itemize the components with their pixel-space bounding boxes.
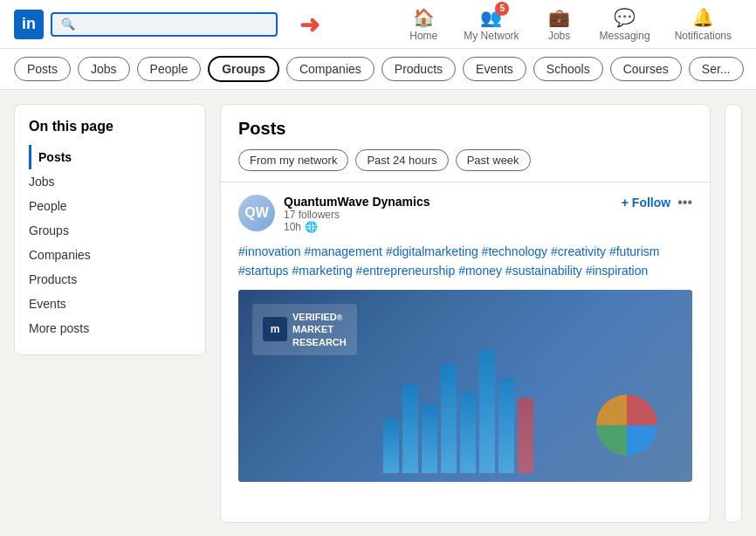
avatar: QW — [238, 195, 275, 231]
post-time: 10h 🌐 — [284, 221, 613, 233]
filter-events[interactable]: Events — [463, 57, 526, 81]
nav-my-network-label: My Network — [464, 30, 519, 42]
filter-companies[interactable]: Companies — [286, 57, 375, 81]
posts-header: Posts From my network Past 24 hours Past… — [221, 105, 710, 182]
chart-bar — [422, 405, 437, 473]
sidebar-item-jobs[interactable]: Jobs — [29, 169, 191, 194]
filter-courses[interactable]: Courses — [610, 57, 682, 81]
vmr-branding: m VERIFIED®MARKETRESEARCH — [252, 304, 357, 355]
globe-icon: 🌐 — [305, 221, 318, 233]
nav-jobs[interactable]: 💼 Jobs — [533, 7, 586, 42]
search-box: 🔍 oil ➜ — [51, 12, 278, 37]
vmr-logo: m VERIFIED®MARKETRESEARCH — [263, 311, 347, 348]
post-info: QuantumWave Dynamics 17 followers 10h 🌐 — [284, 195, 613, 233]
search-icon: 🔍 — [61, 17, 75, 31]
filter-products[interactable]: Products — [381, 57, 456, 81]
post-image: m VERIFIED®MARKETRESEARCH — [238, 290, 692, 482]
avatar-inner: QW — [238, 195, 275, 231]
vmr-icon: m — [263, 317, 287, 341]
posts-section-title: Posts — [238, 119, 692, 139]
jobs-icon: 💼 — [548, 7, 570, 28]
sidebar-item-products[interactable]: Products — [29, 267, 191, 292]
nav-jobs-label: Jobs — [548, 30, 570, 42]
post-image-overlay: m VERIFIED®MARKETRESEARCH — [238, 290, 692, 482]
sidebar-item-events[interactable]: Events — [29, 292, 191, 316]
post-meta: QW QuantumWave Dynamics 17 followers 10h… — [238, 195, 692, 233]
main-content: On this page Posts Jobs People Groups Co… — [0, 90, 756, 536]
nav-my-network[interactable]: 👥5 My Network — [453, 7, 529, 42]
pie-chart — [596, 395, 657, 456]
post-item: QW QuantumWave Dynamics 17 followers 10h… — [221, 182, 710, 494]
nav-notifications[interactable]: 🔔 Notifications — [664, 7, 742, 42]
nav-messaging-label: Messaging — [600, 30, 650, 42]
filter-posts[interactable]: Posts — [14, 57, 71, 81]
nav-notifications-label: Notifications — [675, 30, 732, 42]
nav-messaging[interactable]: 💬 Messaging — [589, 7, 661, 42]
sidebar-item-companies[interactable]: Companies — [29, 243, 191, 267]
messaging-icon: 💬 — [614, 7, 636, 28]
network-badge: 5 — [495, 2, 509, 16]
chart-bar-red — [518, 398, 533, 473]
linkedin-logo[interactable]: in — [14, 10, 44, 39]
sidebar-item-posts[interactable]: Posts — [29, 145, 191, 169]
posts-filter-from-network[interactable]: From my network — [238, 149, 348, 171]
sidebar: On this page Posts Jobs People Groups Co… — [14, 104, 206, 355]
chart-bar — [441, 364, 457, 473]
post-followers: 17 followers — [284, 209, 613, 221]
filter-schools[interactable]: Schools — [533, 57, 603, 81]
filter-services[interactable]: Ser... — [689, 57, 744, 81]
header-nav: 🏠 Home 👥5 My Network 💼 Jobs 💬 Messaging … — [397, 7, 742, 42]
home-icon: 🏠 — [413, 7, 435, 28]
sidebar-item-people[interactable]: People — [29, 194, 191, 218]
posts-filter-past-week[interactable]: Past week — [456, 149, 531, 171]
chart-bar — [460, 391, 476, 473]
follow-button[interactable]: + Follow — [622, 196, 670, 210]
filter-jobs[interactable]: Jobs — [78, 57, 130, 81]
vmr-text: VERIFIED®MARKETRESEARCH — [292, 311, 347, 348]
posts-filter-past-24h[interactable]: Past 24 hours — [355, 149, 448, 171]
chart-bar — [402, 384, 418, 472]
search-input[interactable]: oil — [80, 17, 267, 31]
sidebar-item-more[interactable]: More posts — [29, 316, 191, 340]
chart-bar — [383, 418, 399, 472]
post-actions: + Follow ••• — [622, 195, 692, 210]
filter-people[interactable]: People — [137, 57, 202, 81]
right-panel-stub — [725, 104, 742, 523]
posts-filters: From my network Past 24 hours Past week — [238, 149, 692, 171]
sidebar-item-groups[interactable]: Groups — [29, 218, 191, 243]
filter-groups[interactable]: Groups — [208, 56, 279, 82]
my-network-icon: 👥5 — [480, 7, 502, 28]
nav-home[interactable]: 🏠 Home — [397, 7, 450, 42]
post-company-name[interactable]: QuantumWave Dynamics — [284, 195, 613, 209]
chart-bar — [498, 378, 514, 473]
filter-bar: Posts Jobs People Groups Companies Produ… — [0, 49, 756, 90]
header: in 🔍 oil ➜ 🏠 Home 👥5 My Network 💼 Jobs 💬… — [0, 0, 756, 49]
more-options-button[interactable]: ••• — [677, 195, 692, 210]
sidebar-title: On this page — [29, 119, 191, 134]
notifications-icon: 🔔 — [692, 7, 714, 28]
chart-bar — [479, 350, 495, 472]
posts-panel: Posts From my network Past 24 hours Past… — [220, 104, 711, 523]
nav-home-label: Home — [409, 30, 437, 42]
post-tags: #innovation #management #digitalmarketin… — [238, 242, 692, 281]
search-arrow-indicator: ➜ — [299, 10, 320, 38]
